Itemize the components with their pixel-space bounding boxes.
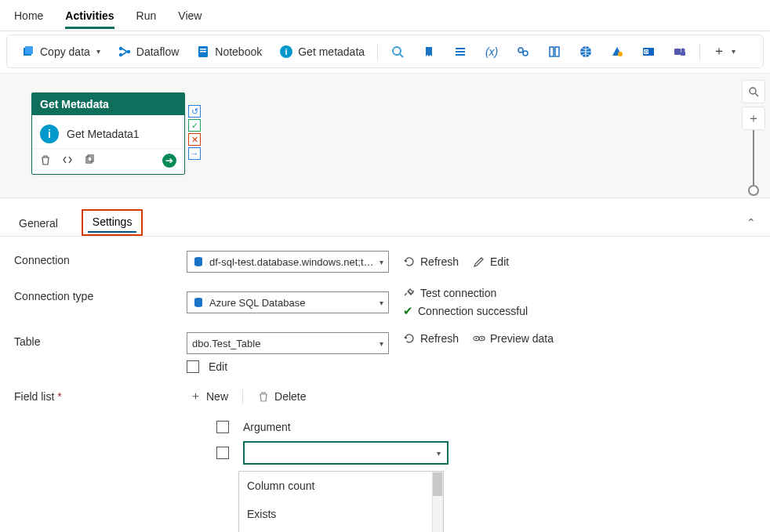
test-connection-button[interactable]: Test connection (403, 287, 528, 299)
svg-rect-12 (456, 48, 465, 49)
zoom-handle[interactable] (748, 185, 759, 196)
port-completion-icon[interactable]: → (188, 147, 201, 160)
chevron-down-icon: ▾ (732, 47, 735, 56)
refresh-label: Refresh (420, 255, 459, 268)
svg-text:i: i (285, 47, 288, 56)
collapse-panel-button[interactable]: ⌃ (746, 216, 756, 229)
tab-view[interactable]: View (178, 6, 202, 29)
new-field-button[interactable]: ＋ New (187, 387, 231, 405)
search-icon-button[interactable] (384, 42, 411, 62)
svg-rect-13 (456, 51, 465, 52)
ribbon-toolbar: Copy data ▾ Dataflow Notebook i Get meta… (6, 34, 764, 68)
tab-general[interactable]: General (14, 214, 63, 236)
list-icon-button[interactable] (447, 42, 474, 62)
copy-icon[interactable] (84, 154, 95, 168)
edit-checkbox[interactable]: Edit (187, 360, 389, 373)
svg-rect-17 (550, 47, 554, 56)
chevron-down-icon: ▾ (437, 449, 441, 458)
zoom-track[interactable] (753, 130, 754, 193)
tab-home[interactable]: Home (14, 6, 43, 29)
port-failure-icon[interactable]: ✕ (188, 133, 201, 146)
tab-run[interactable]: Run (136, 6, 157, 29)
edit-button[interactable]: Edit (473, 255, 509, 268)
row-checkbox[interactable] (216, 447, 229, 459)
option-column-count[interactable]: Column count (239, 472, 443, 500)
code-icon[interactable] (62, 154, 73, 168)
table-dropdown[interactable]: dbo.Test_Table ▾ (187, 332, 389, 354)
get-metadata-button[interactable]: i Get metadata (273, 42, 371, 62)
preview-data-button[interactable]: Preview data (473, 332, 554, 345)
canvas-search-button[interactable] (742, 80, 765, 103)
svg-point-3 (119, 52, 122, 56)
search-icon (390, 45, 405, 59)
plus-icon: ＋ (713, 43, 725, 60)
lookup-icon (516, 45, 530, 59)
svg-point-25 (681, 48, 685, 52)
run-icon[interactable]: ➔ (162, 154, 176, 168)
argument-dropdown-popup: Column count Exists Structure Add dynami… (238, 471, 444, 532)
argument-select[interactable]: ▾ (243, 441, 449, 465)
script-icon (422, 45, 436, 59)
port-skip-icon[interactable]: ↺ (188, 105, 201, 118)
teams-icon (673, 45, 687, 59)
info-icon: i (40, 125, 59, 143)
database-icon (192, 255, 205, 268)
plus-icon: ＋ (190, 389, 202, 404)
web-icon-button[interactable] (572, 42, 599, 62)
separator (242, 389, 243, 404)
preview-data-label: Preview data (490, 332, 554, 345)
variable-icon-button[interactable]: (x) (478, 42, 505, 62)
test-connection-label: Test connection (420, 287, 496, 299)
table-value: dbo.Test_Table (192, 338, 375, 349)
add-activity-button[interactable]: ＋ ▾ (706, 40, 742, 63)
svg-line-11 (400, 54, 403, 57)
svg-point-20 (618, 52, 623, 56)
copy-data-button[interactable]: Copy data ▾ (15, 42, 107, 62)
select-all-checkbox[interactable] (216, 421, 229, 433)
table-label: Table (14, 332, 187, 348)
teams-icon-button[interactable] (666, 42, 693, 62)
connection-value: df-sql-test.database.windows.net;tes… (209, 256, 375, 268)
lookup-icon-button[interactable] (510, 42, 536, 62)
activity-card-get-metadata[interactable]: Get Metadata i Get Metadata1 ➔ (31, 92, 185, 175)
argument-header: Argument (243, 421, 291, 433)
outlook-icon: O (641, 45, 656, 59)
activity-ports: ↺ ✓ ✕ → (188, 105, 201, 160)
scrollbar[interactable] (432, 472, 443, 532)
azure-icon-button[interactable] (604, 42, 630, 62)
refresh-icon (403, 332, 416, 345)
script-icon-button[interactable] (416, 42, 442, 62)
separator (699, 43, 700, 60)
canvas-add-button[interactable]: ＋ (742, 107, 765, 130)
svg-rect-7 (200, 51, 206, 52)
connection-dropdown[interactable]: df-sql-test.database.windows.net;tes… ▾ (187, 251, 389, 273)
connection-type-label: Connection type (14, 287, 187, 302)
dataflow-button[interactable]: Dataflow (111, 42, 185, 62)
database-icon (192, 296, 205, 309)
design-canvas[interactable]: Get Metadata i Get Metadata1 ➔ ↺ ✓ ✕ → ＋ (0, 73, 770, 198)
delete-icon[interactable] (40, 154, 51, 168)
refresh-icon (403, 255, 416, 268)
table-refresh-button[interactable]: Refresh (403, 332, 459, 345)
tab-settings[interactable]: Settings (88, 212, 137, 233)
svg-rect-14 (456, 54, 465, 56)
option-exists[interactable]: Exists (239, 500, 443, 528)
svg-point-15 (518, 48, 523, 52)
svg-point-36 (481, 338, 483, 339)
checkbox-icon (187, 360, 199, 373)
svg-point-10 (393, 47, 401, 55)
edit-checkbox-label: Edit (209, 360, 227, 373)
port-success-icon[interactable]: ✓ (188, 119, 201, 132)
outlook-icon-button[interactable]: O (635, 42, 662, 62)
refresh-button[interactable]: Refresh (403, 255, 459, 268)
delete-field-button[interactable]: Delete (254, 389, 309, 404)
pencil-icon (473, 255, 485, 268)
svg-rect-6 (200, 49, 206, 50)
notebook-button[interactable]: Notebook (190, 42, 268, 62)
copy-data-icon (21, 45, 35, 59)
tab-activities[interactable]: Activities (65, 6, 114, 29)
until-icon-button[interactable] (541, 42, 568, 62)
connection-type-dropdown[interactable]: Azure SQL Database ▾ (187, 291, 389, 313)
option-structure[interactable]: Structure (239, 528, 443, 532)
svg-rect-18 (555, 47, 559, 56)
